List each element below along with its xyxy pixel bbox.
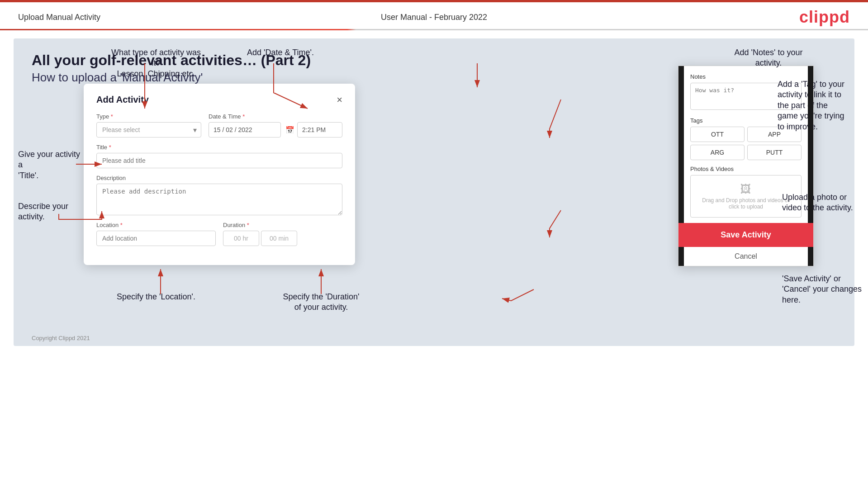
save-activity-button[interactable]: Save Activity	[678, 223, 814, 247]
photos-drop-text: Drag and Drop photos and videos orclick …	[702, 197, 789, 210]
description-label: Description	[96, 175, 342, 181]
duration-min-input[interactable]	[261, 231, 297, 246]
dialog-title: Add Activity	[96, 95, 149, 105]
header-center-label: User Manual - February 2022	[381, 13, 487, 22]
main-content: All your golf-relevant activities… (Part…	[14, 38, 854, 346]
cancel-button[interactable]: Cancel	[678, 247, 813, 266]
annotation-notes: Add 'Notes' to youractivity.	[723, 47, 814, 69]
form-row-location-duration: Location * Duration *	[96, 222, 342, 246]
annotation-tag: Add a 'Tag' to youractivity to link it t…	[778, 79, 868, 132]
tag-button-ott[interactable]: OTT	[690, 127, 745, 142]
annotation-upload: Upload a photo orvideo to the activity.	[782, 192, 868, 213]
form-group-datetime: Date & Time * 📅	[209, 113, 342, 137]
close-button[interactable]: ×	[337, 95, 342, 105]
annotation-activity-type: What type of activity was it?Lesson, Chi…	[111, 47, 201, 79]
form-group-description: Description	[96, 175, 342, 215]
annotation-location: Specify the 'Location'.	[111, 292, 201, 302]
form-row-type-datetime: Type * Please select Date & Time * 📅	[96, 113, 342, 137]
datetime-label: Date & Time *	[209, 113, 342, 120]
type-label: Type *	[96, 113, 201, 120]
location-label: Location *	[96, 222, 216, 228]
logo: clippd	[799, 8, 850, 27]
type-select-wrapper: Please select	[96, 122, 201, 137]
header: Upload Manual Activity User Manual - Feb…	[0, 2, 868, 30]
annotation-title: Give your activity a'Title'.	[18, 149, 84, 181]
annotation-save-cancel: 'Save Activity' or'Cancel' your changesh…	[782, 274, 868, 305]
title-field-label: Title *	[96, 144, 342, 151]
type-select[interactable]: Please select	[96, 122, 201, 137]
calendar-icon: 📅	[285, 126, 294, 134]
photo-icon: 🖼	[695, 183, 797, 195]
time-input[interactable]	[297, 122, 342, 137]
form-group-title: Title *	[96, 144, 342, 168]
dialog-header: Add Activity ×	[96, 95, 342, 105]
annotation-duration: Specify the 'Duration'of your activity.	[269, 292, 373, 313]
date-input[interactable]	[209, 122, 281, 137]
form-group-type: Type * Please select	[96, 113, 201, 137]
form-group-location: Location *	[96, 222, 216, 246]
duration-hr-input[interactable]	[223, 231, 259, 246]
annotation-date-time: Add 'Date & Time'.	[235, 47, 326, 58]
photos-section-label: Photos & Videos	[690, 166, 802, 172]
tag-button-putt[interactable]: PUTT	[747, 145, 802, 160]
header-left-label: Upload Manual Activity	[18, 13, 100, 22]
location-input[interactable]	[96, 231, 216, 246]
duration-label: Duration *	[223, 222, 342, 228]
duration-inputs	[223, 231, 342, 246]
tag-button-arg[interactable]: ARG	[690, 145, 745, 160]
title-input[interactable]	[96, 153, 342, 168]
annotation-describe: Describe youractivity.	[18, 201, 84, 223]
add-activity-dialog: Add Activity × Type * Please select Date…	[84, 84, 355, 265]
form-group-duration: Duration *	[223, 222, 342, 246]
description-textarea[interactable]	[96, 184, 342, 215]
copyright: Copyright Clippd 2021	[32, 335, 90, 341]
